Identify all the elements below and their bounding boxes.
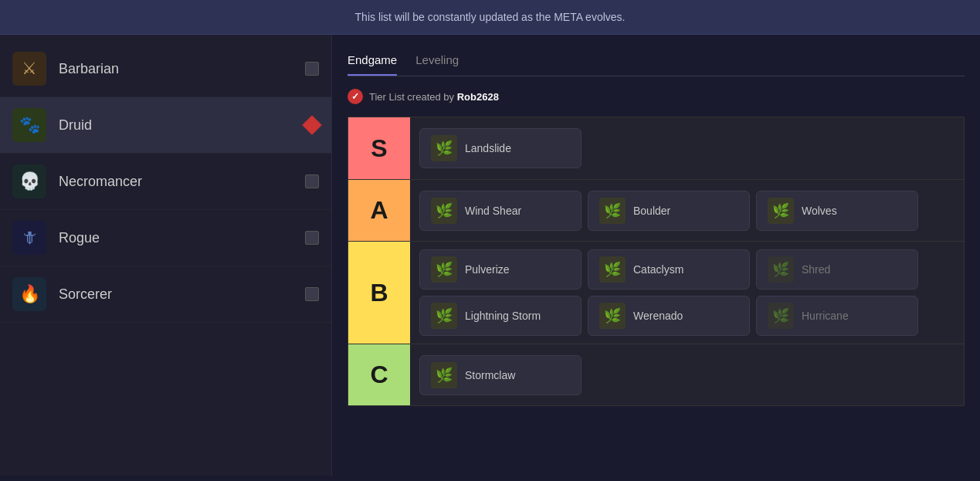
build-card-lightning-storm[interactable]: 🌿Lightning Storm <box>419 296 582 336</box>
build-card-pulverize[interactable]: 🌿Pulverize <box>419 249 582 290</box>
build-card-hurricane[interactable]: 🌿Hurricane <box>756 296 918 336</box>
build-card-cataclysm[interactable]: 🌿Cataclysm <box>588 249 750 290</box>
build-card-landslide[interactable]: 🌿Landslide <box>419 128 582 168</box>
rogue-checkbox[interactable] <box>305 231 319 245</box>
build-name-wind-shear: Wind Shear <box>465 205 521 217</box>
tier-row-b: B🌿Pulverize🌿Cataclysm🌿Shred🌿Lightning St… <box>348 241 964 344</box>
author-name: Rob2628 <box>457 91 499 103</box>
tier-row-s: S🌿Landslide <box>348 117 964 179</box>
build-card-shred[interactable]: 🌿Shred <box>756 249 918 290</box>
build-card-wolves[interactable]: 🌿Wolves <box>756 191 918 231</box>
rogue-icon: 🗡 <box>12 221 46 255</box>
author-icon: ✓ <box>348 89 363 104</box>
build-icon-cataclysm: 🌿 <box>599 256 626 283</box>
main-layout: ⚔Barbarian🐾Druid💀Necromancer🗡Rogue🔥Sorce… <box>0 35 980 476</box>
top-banner: This list will be constantly updated as … <box>0 0 980 35</box>
tab-leveling[interactable]: Leveling <box>415 47 459 76</box>
barbarian-icon: ⚔ <box>12 52 46 86</box>
build-card-stormclaw[interactable]: 🌿Stormclaw <box>419 355 582 395</box>
build-card-werenado[interactable]: 🌿Werenado <box>588 296 750 336</box>
tier-row-c: C🌿Stormclaw <box>348 344 964 405</box>
build-icon-stormclaw: 🌿 <box>431 362 457 388</box>
build-icon-pulverize: 🌿 <box>431 256 457 283</box>
build-card-wind-shear[interactable]: 🌿Wind Shear <box>419 191 582 231</box>
tier-author-row: ✓ Tier List created by Rob2628 <box>348 89 965 104</box>
druid-icon: 🐾 <box>12 108 46 142</box>
tier-cells-a: 🌿Wind Shear🌿Boulder🌿Wolves <box>410 180 964 241</box>
sidebar-item-sorcerer[interactable]: 🔥Sorcerer <box>0 266 331 323</box>
sidebar-item-druid[interactable]: 🐾Druid <box>0 97 331 154</box>
build-name-boulder: Boulder <box>633 205 670 217</box>
sorcerer-checkbox[interactable] <box>305 287 319 301</box>
build-icon-werenado: 🌿 <box>599 303 626 329</box>
build-icon-landslide: 🌿 <box>431 135 457 161</box>
sidebar-item-rogue[interactable]: 🗡Rogue <box>0 210 331 266</box>
author-label: Tier List created by Rob2628 <box>369 91 499 103</box>
sorcerer-icon: 🔥 <box>12 277 46 311</box>
tabs-bar: EndgameLeveling <box>348 47 965 76</box>
build-name-lightning-storm: Lightning Storm <box>465 310 541 322</box>
banner-text: This list will be constantly updated as … <box>355 11 626 23</box>
tier-cells-c: 🌿Stormclaw <box>410 344 964 405</box>
druid-label: Druid <box>59 117 293 134</box>
build-name-hurricane: Hurricane <box>802 310 849 322</box>
build-icon-wolves: 🌿 <box>768 198 794 224</box>
build-icon-shred: 🌿 <box>768 256 794 283</box>
build-name-werenado: Werenado <box>633 310 683 322</box>
build-name-landslide: Landslide <box>465 142 511 154</box>
barbarian-label: Barbarian <box>59 61 293 77</box>
tier-row-a: A🌿Wind Shear🌿Boulder🌿Wolves <box>348 179 964 241</box>
necromancer-label: Necromancer <box>59 174 293 190</box>
build-name-wolves: Wolves <box>802 205 837 217</box>
sorcerer-label: Sorcerer <box>59 286 293 303</box>
sidebar-item-necromancer[interactable]: 💀Necromancer <box>0 154 331 210</box>
necromancer-icon: 💀 <box>12 164 46 198</box>
build-icon-lightning-storm: 🌿 <box>431 303 457 329</box>
tier-table: S🌿LandslideA🌿Wind Shear🌿Boulder🌿WolvesB🌿… <box>348 117 965 406</box>
build-name-shred: Shred <box>802 263 830 276</box>
tier-label-a: A <box>348 180 410 241</box>
build-icon-hurricane: 🌿 <box>768 303 794 329</box>
tier-label-c: C <box>348 344 410 405</box>
sidebar: ⚔Barbarian🐾Druid💀Necromancer🗡Rogue🔥Sorce… <box>0 35 332 476</box>
barbarian-checkbox[interactable] <box>305 62 319 76</box>
tab-endgame[interactable]: Endgame <box>348 47 397 76</box>
build-name-pulverize: Pulverize <box>465 263 510 276</box>
build-icon-boulder: 🌿 <box>599 198 626 224</box>
content-area: EndgameLeveling ✓ Tier List created by R… <box>332 35 980 476</box>
sidebar-item-barbarian[interactable]: ⚔Barbarian <box>0 41 331 97</box>
build-name-cataclysm: Cataclysm <box>633 263 683 276</box>
tier-label-b: B <box>348 242 410 344</box>
build-name-stormclaw: Stormclaw <box>465 369 515 381</box>
tier-label-s: S <box>348 117 410 179</box>
build-icon-wind-shear: 🌿 <box>431 198 457 224</box>
tier-cells-s: 🌿Landslide <box>410 117 964 179</box>
build-card-boulder[interactable]: 🌿Boulder <box>588 191 750 231</box>
rogue-label: Rogue <box>59 230 293 246</box>
tier-cells-b: 🌿Pulverize🌿Cataclysm🌿Shred🌿Lightning Sto… <box>410 242 964 344</box>
necromancer-checkbox[interactable] <box>305 174 319 188</box>
active-indicator <box>302 115 321 134</box>
